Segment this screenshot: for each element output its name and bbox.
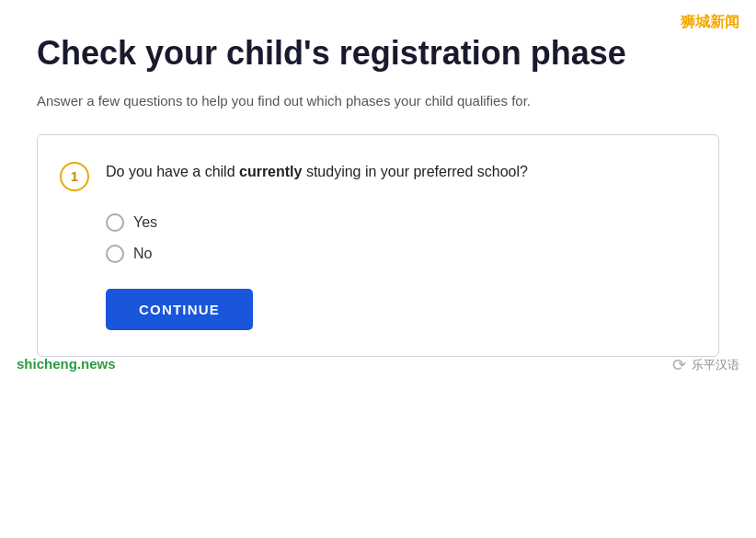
radio-group: Yes No bbox=[106, 213, 693, 263]
radio-option-yes[interactable]: Yes bbox=[106, 213, 693, 232]
radio-circle-yes[interactable] bbox=[106, 213, 124, 232]
page-title: Check your child's registration phase bbox=[37, 33, 699, 73]
page-subtitle: Answer a few questions to help you find … bbox=[37, 91, 719, 112]
page-container: 狮城新闻 Check your child's registration pha… bbox=[0, 0, 756, 384]
radio-label-yes: Yes bbox=[133, 214, 157, 231]
question-text-before: Do you have a child bbox=[106, 164, 239, 179]
continue-button[interactable]: CONTINUE bbox=[106, 289, 253, 330]
watermark-bottom-right-text: 乐平汉语 bbox=[692, 357, 739, 373]
question-text-after: studying in your preferred school? bbox=[302, 164, 527, 179]
question-number: 1 bbox=[60, 162, 89, 191]
question-text: Do you have a child currently studying i… bbox=[106, 161, 528, 184]
radio-circle-no[interactable] bbox=[106, 245, 124, 263]
watermark-bottom-right: ⟳ 乐平汉语 bbox=[672, 355, 739, 375]
translate-icon: ⟳ bbox=[672, 355, 686, 375]
radio-label-no: No bbox=[133, 246, 152, 262]
radio-option-no[interactable]: No bbox=[106, 245, 693, 263]
question-text-bold: currently bbox=[239, 164, 302, 179]
question-card: 1 Do you have a child currently studying… bbox=[37, 134, 719, 357]
watermark-top-right: 狮城新闻 bbox=[681, 13, 739, 32]
question-header: 1 Do you have a child currently studying… bbox=[60, 161, 693, 191]
watermark-bottom-left: shicheng.news bbox=[17, 356, 116, 372]
